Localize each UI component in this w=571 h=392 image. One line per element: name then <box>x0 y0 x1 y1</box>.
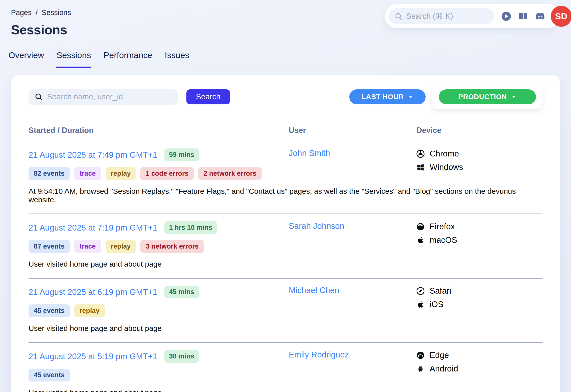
started-duration-cell: 21 August 2025 at 7:49 pm GMT+1 59 mins … <box>29 148 289 204</box>
user-cell: John Smith <box>289 148 416 204</box>
global-search[interactable] <box>389 8 494 24</box>
apple-icon <box>416 300 425 309</box>
user-link[interactable]: John Smith <box>289 148 330 158</box>
session-tags: 82 eventstracereplay1 code errors2 netwo… <box>29 167 289 180</box>
date-line: 21 August 2025 at 7:49 pm GMT+1 59 mins <box>29 148 289 161</box>
session-date-link[interactable]: 21 August 2025 at 7:49 pm GMT+1 <box>29 150 157 160</box>
column-header-user: User <box>289 126 416 135</box>
play-button[interactable] <box>501 11 512 22</box>
breadcrumb-sessions[interactable]: Sessions <box>42 9 71 17</box>
environment-filter-label: PRODUCTION <box>458 93 507 101</box>
time-filter-dropdown[interactable]: LAST HOUR <box>349 89 426 104</box>
browser-label: Firefox <box>430 222 455 231</box>
tab-performance[interactable]: Performance <box>103 50 153 68</box>
user-link[interactable]: Emily Rodriguez <box>289 349 349 359</box>
page-header: Pages / Sessions Sessions SD <box>0 0 571 37</box>
os-label: iOS <box>430 300 443 309</box>
os-label: Windows <box>430 162 463 172</box>
safari-icon <box>416 287 425 295</box>
chevron-down-icon <box>511 94 516 100</box>
tab-overview[interactable]: Overview <box>8 50 44 68</box>
avatar[interactable]: SD <box>551 6 571 27</box>
discord-button[interactable] <box>535 11 546 22</box>
session-date-link[interactable]: 21 August 2025 at 5:19 pm GMT+1 <box>29 352 157 361</box>
replay-tag: replay <box>106 240 136 253</box>
session-date-link[interactable]: 21 August 2025 at 7:19 pm GMT+1 <box>29 223 157 233</box>
sessions-card: Search LAST HOUR PRODUCTION Started / Du… <box>11 75 560 392</box>
session-row: 21 August 2025 at 6:19 pm GMT+1 45 mins … <box>29 279 542 343</box>
events-tag: 87 events <box>29 240 70 253</box>
started-duration-cell: 21 August 2025 at 5:19 pm GMT+1 30 mins … <box>29 350 289 392</box>
session-tags: 87 eventstracereplay3 network errors <box>29 240 289 253</box>
session-tags: 45 events <box>29 369 289 381</box>
environment-filter-dropdown[interactable]: PRODUCTION <box>439 89 536 104</box>
book-icon <box>518 11 528 22</box>
tab-sessions[interactable]: Sessions <box>56 50 91 68</box>
browser-label: Edge <box>430 350 449 360</box>
edge-icon <box>416 351 425 359</box>
browser-line: Chrome <box>416 149 542 158</box>
duration-badge: 59 mins <box>164 148 199 161</box>
date-line: 21 August 2025 at 7:19 pm GMT+1 1 hrs 10… <box>29 221 289 234</box>
topbar: SD <box>385 4 560 28</box>
os-label: macOS <box>430 235 457 245</box>
date-line: 21 August 2025 at 6:19 pm GMT+1 45 mins <box>29 286 289 298</box>
environment-dropdown-wrapper: PRODUCTION <box>432 84 542 109</box>
trace-tag: trace <box>74 167 101 180</box>
column-header-device: Device <box>416 126 542 135</box>
replay-tag: replay <box>74 304 105 317</box>
sessions-toolbar: Search LAST HOUR PRODUCTION <box>29 84 542 109</box>
tab-issues[interactable]: Issues <box>164 50 189 68</box>
user-cell: Emily Rodriguez <box>289 350 416 392</box>
user-cell: Michael Chen <box>289 286 416 333</box>
error-tag: 2 network errors <box>198 167 262 180</box>
table-header: Started / Duration User Device <box>29 126 542 141</box>
apple-icon <box>416 236 425 244</box>
browser-line: Edge <box>416 350 542 360</box>
started-duration-cell: 21 August 2025 at 6:19 pm GMT+1 45 mins … <box>29 286 289 333</box>
breadcrumb-separator: / <box>36 9 38 17</box>
global-search-input[interactable] <box>406 12 489 21</box>
windows-icon <box>416 163 425 171</box>
session-row: 21 August 2025 at 5:19 pm GMT+1 30 mins … <box>29 343 542 392</box>
session-row: 21 August 2025 at 7:49 pm GMT+1 59 mins … <box>29 141 542 214</box>
user-link[interactable]: Sarah Johnson <box>289 221 344 231</box>
breadcrumb-pages[interactable]: Pages <box>11 9 32 17</box>
os-label: Android <box>430 364 458 373</box>
session-search-input[interactable] <box>47 92 172 101</box>
docs-button[interactable] <box>518 11 529 22</box>
search-button[interactable]: Search <box>186 89 230 104</box>
session-date-link[interactable]: 21 August 2025 at 6:19 pm GMT+1 <box>29 287 157 297</box>
session-search[interactable] <box>29 89 178 105</box>
session-tags: 45 eventsreplay <box>29 304 289 317</box>
discord-icon <box>535 11 545 22</box>
topbar-icons <box>501 11 546 22</box>
tab-bar: Overview Sessions Performance Issues <box>8 50 571 68</box>
search-icon <box>395 12 403 20</box>
firefox-icon <box>416 223 425 231</box>
session-rows: 21 August 2025 at 7:49 pm GMT+1 59 mins … <box>29 141 542 392</box>
duration-badge: 45 mins <box>164 286 199 298</box>
device-cell: FirefoxmacOS <box>416 221 542 268</box>
browser-label: Chrome <box>430 149 459 158</box>
error-tag: 3 network errors <box>140 240 204 253</box>
os-line: macOS <box>416 235 542 245</box>
user-link[interactable]: Michael Chen <box>289 285 339 295</box>
os-line: iOS <box>416 300 542 309</box>
sessions-page: Pages / Sessions Sessions SD <box>0 0 571 392</box>
browser-line: Firefox <box>416 222 542 231</box>
events-tag: 45 events <box>29 304 70 317</box>
started-duration-cell: 21 August 2025 at 7:19 pm GMT+1 1 hrs 10… <box>29 221 289 268</box>
chrome-icon <box>416 150 425 158</box>
chevron-down-icon <box>408 94 413 100</box>
browser-line: Safari <box>416 286 542 296</box>
events-tag: 45 events <box>29 369 70 381</box>
error-tag: 1 code errors <box>140 167 194 180</box>
circle-play-icon <box>501 11 511 22</box>
events-tag: 82 events <box>29 167 70 180</box>
device-cell: SafariiOS <box>416 286 542 333</box>
replay-tag: replay <box>106 167 136 180</box>
os-line: Windows <box>416 162 542 172</box>
device-cell: EdgeAndroid <box>416 350 542 392</box>
duration-badge: 1 hrs 10 mins <box>164 221 217 234</box>
